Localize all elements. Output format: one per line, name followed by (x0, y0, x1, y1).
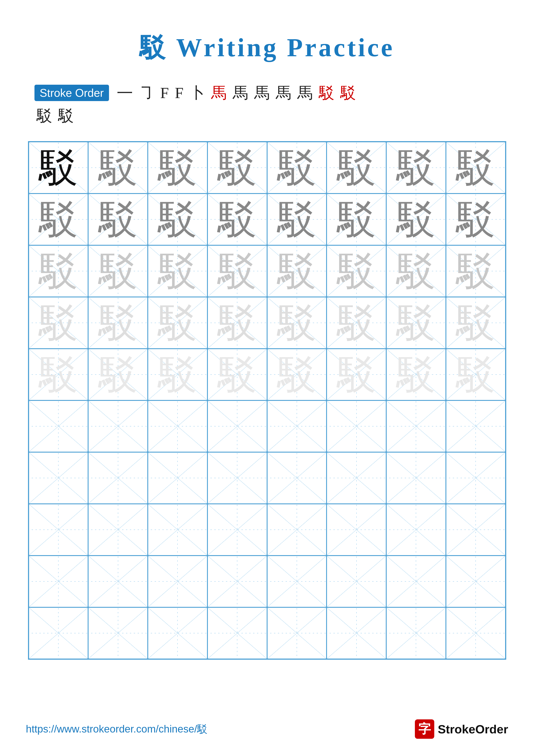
grid-cell-7-7 (386, 452, 446, 504)
grid-cell-1-5: 駁 (267, 142, 327, 194)
grid-cell-4-2: 駁 (88, 297, 148, 349)
footer-logo-text: StrokeOrder (438, 722, 508, 736)
grid-cell-6-3 (148, 400, 207, 452)
grid-cell-1-2: 駁 (88, 142, 148, 194)
grid-cell-5-4: 駁 (207, 349, 267, 400)
stroke-8: 馬 (254, 83, 270, 103)
practice-char: 駁 (337, 200, 376, 239)
grid-cell-5-6: 駁 (327, 349, 386, 400)
grid-cell-7-8 (446, 452, 506, 504)
practice-char: 駁 (158, 252, 197, 290)
grid-cell-8-6 (327, 504, 386, 555)
grid-cell-4-8: 駁 (446, 297, 506, 349)
grid-cell-2-6: 駁 (327, 194, 386, 245)
grid-cell-10-7 (386, 607, 446, 659)
stroke-6: 馬 (211, 83, 227, 103)
practice-char: 駁 (218, 200, 257, 239)
grid-cell-2-2: 駁 (88, 194, 148, 245)
practice-char: 駁 (396, 304, 435, 342)
grid-cell-3-2: 駁 (88, 245, 148, 297)
practice-char: 駁 (337, 148, 376, 187)
practice-char: 駁 (158, 200, 197, 239)
practice-char: 駁 (277, 252, 316, 290)
grid-cell-8-8 (446, 504, 506, 555)
practice-char: 駁 (456, 252, 495, 290)
grid-cell-5-3: 駁 (148, 349, 207, 400)
grid-cell-1-1: 駁 (29, 142, 88, 194)
practice-char: 駁 (99, 200, 138, 239)
grid-cell-9-3 (148, 555, 207, 607)
grid-cell-3-5: 駁 (267, 245, 327, 297)
footer: https://www.strokeorder.com/chinese/駁 字 … (26, 719, 508, 739)
grid-cell-2-7: 駁 (386, 194, 446, 245)
practice-char: 駁 (99, 148, 138, 187)
stroke-11: 駁 (319, 83, 334, 103)
grid-cell-7-4 (207, 452, 267, 504)
grid-cell-9-2 (88, 555, 148, 607)
grid-cell-3-1: 駁 (29, 245, 88, 297)
grid-cell-8-2 (88, 504, 148, 555)
footer-logo-icon: 字 (415, 719, 434, 739)
stroke-order-row-2: 駁 駁 (35, 105, 508, 126)
grid-cell-8-4 (207, 504, 267, 555)
practice-char: 駁 (218, 252, 257, 290)
grid-cell-3-7: 駁 (386, 245, 446, 297)
stroke-order-row-1: Stroke Order ㇐ ㇆ F F 卜 馬 馬 馬 馬 馬 駁 駁 (35, 83, 508, 103)
practice-char: 駁 (99, 252, 138, 290)
grid-cell-2-4: 駁 (207, 194, 267, 245)
grid-cell-5-7: 駁 (386, 349, 446, 400)
grid-cell-5-1: 駁 (29, 349, 88, 400)
grid-cell-6-5 (267, 400, 327, 452)
grid-cell-9-8 (446, 555, 506, 607)
grid-cell-7-5 (267, 452, 327, 504)
practice-char: 駁 (277, 200, 316, 239)
stroke-14: 駁 (58, 105, 74, 126)
stroke-13: 駁 (37, 105, 52, 126)
grid-cell-6-7 (386, 400, 446, 452)
grid-cell-7-3 (148, 452, 207, 504)
footer-url: https://www.strokeorder.com/chinese/駁 (26, 722, 207, 736)
stroke-3: F (160, 84, 169, 102)
practice-char: 駁 (337, 252, 376, 290)
grid-cell-1-3: 駁 (148, 142, 207, 194)
practice-char: 駁 (158, 148, 197, 187)
practice-char: 駁 (456, 355, 495, 394)
grid-cell-6-1 (29, 400, 88, 452)
stroke-7: 馬 (233, 83, 248, 103)
grid-cell-2-8: 駁 (446, 194, 506, 245)
practice-char: 駁 (39, 252, 78, 290)
practice-char: 駁 (396, 355, 435, 394)
stroke-10: 馬 (297, 83, 313, 103)
grid-cell-4-1: 駁 (29, 297, 88, 349)
grid-cell-4-7: 駁 (386, 297, 446, 349)
practice-grid: 駁 駁 駁 駁 駁 駁 駁 駁 駁 駁 駁 (28, 141, 506, 660)
grid-cell-3-4: 駁 (207, 245, 267, 297)
grid-cell-1-7: 駁 (386, 142, 446, 194)
practice-char: 駁 (99, 304, 138, 342)
practice-char: 駁 (396, 252, 435, 290)
practice-char: 駁 (158, 304, 197, 342)
grid-cell-3-8: 駁 (446, 245, 506, 297)
practice-char: 駁 (337, 355, 376, 394)
practice-char: 駁 (39, 355, 78, 394)
grid-cell-5-8: 駁 (446, 349, 506, 400)
grid-cell-10-3 (148, 607, 207, 659)
practice-char: 駁 (337, 304, 376, 342)
practice-char: 駁 (456, 304, 495, 342)
grid-cell-2-3: 駁 (148, 194, 207, 245)
stroke-1: ㇐ (117, 83, 133, 103)
grid-cell-8-3 (148, 504, 207, 555)
grid-cell-6-2 (88, 400, 148, 452)
grid-cell-9-6 (327, 555, 386, 607)
grid-cell-7-6 (327, 452, 386, 504)
stroke-9: 馬 (276, 83, 291, 103)
grid-cell-5-2: 駁 (88, 349, 148, 400)
grid-cell-8-5 (267, 504, 327, 555)
page-title: 駁 Writing Practice (140, 30, 394, 65)
grid-cell-7-2 (88, 452, 148, 504)
grid-cell-1-8: 駁 (446, 142, 506, 194)
grid-cell-8-1 (29, 504, 88, 555)
grid-cell-10-2 (88, 607, 148, 659)
practice-char: 駁 (396, 148, 435, 187)
stroke-12: 駁 (340, 83, 356, 103)
